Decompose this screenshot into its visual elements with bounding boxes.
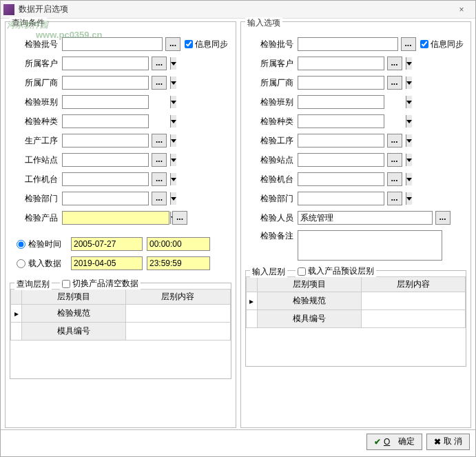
process-combo[interactable] (62, 134, 149, 148)
query-level-table[interactable]: 层别项目层别内容 ▸检验规范 模具编号 (10, 289, 231, 341)
chevron-down-icon (406, 173, 412, 185)
close-icon (434, 437, 441, 447)
lookup-button[interactable]: ... (172, 211, 187, 225)
chevron-down-icon (170, 96, 176, 108)
chevron-down-icon (170, 173, 176, 185)
lookup-button[interactable]: ... (387, 192, 402, 205)
input-level-table[interactable]: 层别项目层别内容 ▸检验规范 模具编号 (246, 276, 466, 328)
query-title: 查询条件 (10, 17, 47, 29)
customer-combo-r[interactable] (298, 57, 384, 70)
lookup-button[interactable]: ... (387, 76, 402, 90)
time-to[interactable] (147, 256, 210, 270)
dept-combo-r[interactable] (298, 192, 384, 205)
query-level-panel: 查询层别 切换产品清空数据 层别项目层别内容 ▸检验规范 模具编号 (10, 283, 231, 379)
vendor-combo-r[interactable] (298, 76, 384, 90)
clear-checkbox[interactable]: 切换产品清空数据 (60, 278, 141, 290)
check-icon (374, 437, 381, 447)
product-combo[interactable] (62, 211, 169, 225)
batch-label: 检验批号 (25, 39, 62, 50)
chevron-down-icon (170, 192, 176, 205)
lookup-button[interactable]: ... (401, 37, 416, 51)
machine-combo[interactable] (62, 172, 149, 186)
lookup-button[interactable]: ... (387, 172, 402, 186)
time-from[interactable] (147, 237, 210, 251)
lookup-button[interactable]: ... (152, 172, 167, 186)
chevron-down-icon (170, 134, 176, 147)
dept-combo[interactable] (62, 192, 149, 205)
chevron-down-icon (406, 57, 412, 70)
input-title: 输入选项 (245, 17, 282, 29)
batch-input-r[interactable] (298, 37, 398, 51)
lookup-button[interactable]: ... (387, 153, 402, 167)
type-combo[interactable] (62, 114, 149, 128)
inspector-input[interactable] (298, 211, 433, 225)
remark-textarea[interactable] (298, 230, 442, 261)
lookup-button[interactable]: ... (152, 192, 167, 205)
app-icon (3, 4, 14, 15)
vendor-combo[interactable] (62, 76, 149, 90)
date-to[interactable] (71, 256, 143, 270)
chevron-down-icon (406, 134, 412, 147)
sync-checkbox[interactable]: 信息同步 (185, 39, 228, 50)
process-combo-r[interactable] (298, 134, 384, 148)
lookup-button[interactable]: ... (152, 153, 167, 167)
type-combo-r[interactable] (298, 114, 384, 128)
customer-combo[interactable] (62, 57, 149, 70)
input-panel: 输入选项 检验批号 ... 信息同步 所属客户... 所属厂商... 检验班别 … (240, 21, 472, 428)
chevron-down-icon (170, 115, 176, 128)
chevron-down-icon (406, 96, 412, 108)
machine-combo-r[interactable] (298, 172, 384, 186)
time-radio-row[interactable]: 检验时间 (17, 234, 230, 254)
date-from[interactable] (71, 237, 143, 251)
window-title: 数据开启选项 (19, 3, 451, 15)
shift-combo-r[interactable] (298, 95, 384, 109)
lookup-button[interactable]: ... (152, 134, 167, 148)
query-panel: 查询条件 检验批号 ... 信息同步 所属客户... 所属厂商... 检验班别 … (5, 21, 236, 428)
ok-button[interactable]: O 确定 (366, 434, 422, 450)
lookup-button[interactable]: ... (152, 76, 167, 90)
shift-combo[interactable] (62, 95, 149, 109)
cancel-button[interactable]: 取 消 (426, 434, 470, 450)
preset-checkbox[interactable]: 载入产品预设层别 (296, 265, 376, 277)
close-icon[interactable]: × (451, 1, 473, 18)
lookup-button[interactable]: ... (435, 211, 451, 225)
input-level-panel: 输入层别 载入产品预设层别 层别项目层别内容 ▸检验规范 模具编号 (245, 270, 467, 367)
lookup-button[interactable]: ... (387, 57, 402, 70)
chevron-down-icon (406, 154, 412, 166)
chevron-down-icon (406, 115, 412, 128)
batch-lookup-button[interactable]: ... (165, 37, 180, 51)
sync-checkbox-r[interactable]: 信息同步 (420, 39, 464, 50)
batch-input[interactable] (62, 37, 163, 51)
station-combo[interactable] (62, 153, 149, 167)
chevron-down-icon (406, 77, 412, 89)
chevron-down-icon (170, 154, 176, 166)
lookup-button[interactable]: ... (387, 134, 402, 148)
chevron-down-icon (170, 57, 176, 70)
chevron-down-icon (170, 77, 176, 89)
load-radio-row[interactable]: 载入数据 (17, 254, 230, 273)
station-combo-r[interactable] (298, 153, 384, 167)
lookup-button[interactable]: ... (152, 57, 167, 70)
chevron-down-icon (406, 192, 412, 205)
